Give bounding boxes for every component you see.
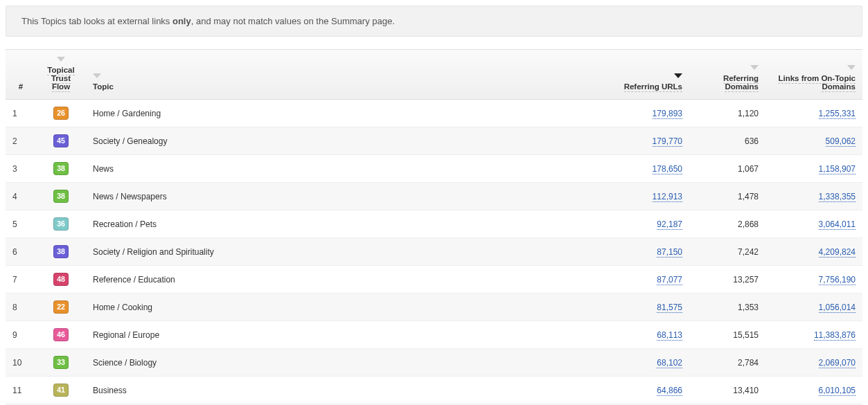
col-header-ref-urls-label: Referring URLs [624,82,682,92]
col-header-ref-domains[interactable]: Referring Domains [689,50,765,100]
row-index: 3 [6,155,36,183]
row-ttf: 38 [36,238,86,266]
row-index: 10 [6,349,36,377]
row-ref-urls[interactable]: 68,113 [606,321,689,349]
row-ref-urls[interactable]: 179,770 [606,127,689,155]
row-ttf: 22 [36,294,86,321]
row-links-on-topic[interactable]: 6,010,105 [765,377,862,404]
row-ref-urls[interactable]: 68,102 [606,349,689,377]
row-ref-domains: 13,410 [689,377,765,404]
row-ref-domains: 1,120 [689,100,765,127]
row-index: 6 [6,238,36,266]
row-index: 2 [6,127,36,155]
ttf-badge: 38 [53,162,69,175]
table-row: 822Home / Cooking81,5751,3531,056,014 [6,294,862,321]
row-ttf: 33 [36,349,86,377]
table-row: 438News / Newspapers112,9131,4781,338,35… [6,183,862,210]
row-topic: Regional / Europe [86,321,606,349]
col-header-ref-urls[interactable]: Referring URLs [606,50,689,100]
row-ref-urls[interactable]: 178,650 [606,155,689,183]
row-ref-domains: 7,242 [689,238,765,266]
sort-caret-icon [93,73,101,78]
row-ttf: 41 [36,377,86,404]
col-header-ttf[interactable]: Topical Trust Flow [36,50,86,100]
ttf-badge: 26 [53,107,69,120]
row-ref-urls[interactable]: 112,913 [606,183,689,210]
row-ttf: 48 [36,266,86,294]
row-links-on-topic[interactable]: 11,383,876 [765,321,862,349]
col-header-index[interactable]: # [6,50,36,100]
sort-caret-icon [57,57,65,62]
row-topic: Home / Gardening [86,100,606,127]
row-links-on-topic[interactable]: 1,158,907 [765,155,862,183]
row-ref-urls[interactable]: 179,893 [606,100,689,127]
row-ref-domains: 15,515 [689,321,765,349]
topics-table: # Topical Trust Flow Topic Referring URL… [6,49,862,405]
table-row: 536Recreation / Pets92,1872,8683,064,011 [6,210,862,238]
row-index: 5 [6,210,36,238]
table-row: 245Society / Genealogy179,770636509,062 [6,127,862,155]
row-topic: News [86,155,606,183]
table-row: 126Home / Gardening179,8931,1201,255,331 [6,100,862,127]
row-topic: Business [86,377,606,404]
sort-caret-icon [847,65,856,70]
ttf-badge: 38 [53,245,69,258]
table-row: 748Reference / Education87,07713,2577,75… [6,266,862,294]
row-ref-urls[interactable]: 81,575 [606,294,689,321]
row-links-on-topic[interactable]: 7,756,190 [765,266,862,294]
table-row: 638Society / Religion and Spirituality87… [6,238,862,266]
ttf-badge: 33 [53,356,69,369]
ttf-badge: 22 [53,300,69,314]
row-topic: Reference / Education [86,266,606,294]
row-links-on-topic[interactable]: 1,338,355 [765,183,862,210]
row-ttf: 38 [36,155,86,183]
ttf-badge: 41 [53,384,69,397]
col-header-ref-domains-label: Referring Domains [723,74,759,92]
row-ref-urls[interactable]: 64,866 [606,377,689,404]
row-ref-urls[interactable]: 87,150 [606,238,689,266]
row-ref-urls[interactable]: 92,187 [606,210,689,238]
ttf-badge: 38 [53,190,69,203]
row-ref-domains: 2,868 [689,210,765,238]
notice-text-bold: only [172,16,191,26]
notice-text-before: This Topics tab looks at external links [21,16,172,26]
info-notice: This Topics tab looks at external links … [6,6,862,37]
row-index: 8 [6,294,36,321]
row-ref-domains: 13,257 [689,266,765,294]
notice-text-after: , and may not match values on the Summar… [191,16,395,26]
sort-caret-icon [674,73,682,78]
row-index: 7 [6,266,36,294]
row-ref-domains: 1,478 [689,183,765,210]
table-row: 1033Science / Biology68,1022,7842,069,07… [6,349,862,377]
row-links-on-topic[interactable]: 1,255,331 [765,100,862,127]
row-topic: Society / Religion and Spirituality [86,238,606,266]
sort-caret-icon [750,65,759,70]
row-links-on-topic[interactable]: 509,062 [765,127,862,155]
row-links-on-topic[interactable]: 3,064,011 [765,210,862,238]
row-ttf: 26 [36,100,86,127]
ttf-badge: 46 [53,328,69,341]
row-ref-domains: 1,067 [689,155,765,183]
col-header-links-on-topic[interactable]: Links from On-Topic Domains [765,50,862,100]
col-header-ttf-label: Topical Trust Flow [47,66,74,92]
ttf-badge: 45 [53,134,69,147]
row-index: 1 [6,100,36,127]
table-row: 1141Business64,86613,4106,010,105 [6,377,862,404]
row-ref-urls[interactable]: 87,077 [606,266,689,294]
ttf-badge: 48 [53,273,69,286]
ttf-badge: 36 [53,217,69,231]
row-ttf: 38 [36,183,86,210]
row-links-on-topic[interactable]: 4,209,824 [765,238,862,266]
row-ref-domains: 2,784 [689,349,765,377]
row-ttf: 45 [36,127,86,155]
row-links-on-topic[interactable]: 1,056,014 [765,294,862,321]
row-ref-domains: 636 [689,127,765,155]
row-index: 9 [6,321,36,349]
col-header-topic[interactable]: Topic [86,50,606,100]
table-row: 946Regional / Europe68,11315,51511,383,8… [6,321,862,349]
row-index: 11 [6,377,36,404]
row-topic: Science / Biology [86,349,606,377]
row-links-on-topic[interactable]: 2,069,070 [765,349,862,377]
table-row: 338News178,6501,0671,158,907 [6,155,862,183]
col-header-index-label: # [19,82,23,91]
